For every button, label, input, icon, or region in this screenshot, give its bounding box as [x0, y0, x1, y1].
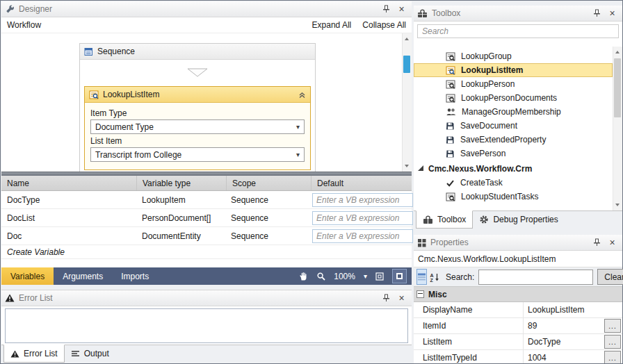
toolbox-item-lookuplistitem[interactable]: LookupListItem — [414, 63, 613, 77]
tab-error-list[interactable]: Error List — [3, 345, 65, 363]
categorize-icon — [417, 272, 426, 281]
sequence-body: LookupListItem Item Type Document Type ▾ — [80, 60, 315, 170]
properties-grid: Misc DisplayName LookupListItem ItemId 8… — [414, 287, 622, 363]
close-icon[interactable]: × — [607, 238, 617, 248]
table-row[interactable]: DocList PersonDocument[] Sequence — [1, 209, 412, 227]
create-variable-row[interactable]: Create Variable — [1, 245, 412, 259]
categorize-button[interactable] — [416, 269, 427, 285]
canvas-scrollbar[interactable] — [402, 33, 412, 172]
fit-to-screen-icon[interactable] — [375, 272, 385, 281]
designer-title: Designer — [19, 4, 381, 14]
scrollbar-thumb[interactable] — [403, 56, 410, 73]
toolbox-item-lookuppersondocuments[interactable]: LookupPersonDocuments — [414, 91, 613, 105]
warning-icon — [5, 294, 15, 302]
toolbox-scrollbar[interactable] — [613, 47, 622, 210]
sort-alphabetical-button[interactable]: AZ — [429, 269, 440, 285]
properties-grid-icon — [417, 238, 426, 247]
property-name: ListItemTypeId — [414, 350, 524, 363]
tab-variables[interactable]: Variables — [1, 267, 54, 285]
scroll-down-button[interactable] — [403, 161, 411, 171]
default-expression-input[interactable] — [312, 193, 413, 207]
toolbox-list: LookupGroup LookupListItem LookupPerson … — [414, 47, 622, 210]
pin-icon[interactable] — [592, 8, 602, 19]
collapse-chevron-icon[interactable] — [298, 91, 306, 99]
overview-button[interactable] — [392, 269, 407, 283]
close-icon[interactable]: × — [396, 293, 407, 304]
sequence-activity[interactable]: Sequence LookupListItem — [79, 43, 316, 172]
tab-output[interactable]: Output — [65, 345, 115, 362]
toolbox-item-lookupperson[interactable]: LookupPerson — [414, 77, 613, 91]
property-value[interactable]: LookupListItem — [528, 305, 621, 315]
toolbox-item-label: CreateTask — [460, 178, 503, 188]
item-type-dropdown[interactable]: Document Type ▾ — [90, 119, 305, 134]
sequence-icon — [84, 47, 93, 56]
toolbox-item-label: LookupGroup — [461, 51, 512, 61]
pin-icon[interactable] — [592, 238, 602, 248]
close-icon[interactable]: × — [607, 8, 617, 19]
scroll-down-button[interactable] — [613, 200, 622, 210]
property-row-itemid[interactable]: ItemId 89 ... — [414, 318, 622, 334]
ellipsis-button[interactable]: ... — [604, 319, 621, 333]
tab-debug-properties[interactable]: Debug Properties — [473, 211, 564, 228]
toolbox-item-label: SaveDocument — [460, 121, 517, 131]
scroll-up-button[interactable] — [613, 47, 622, 57]
zoom-caret-icon[interactable]: ▾ — [364, 272, 367, 280]
tab-arguments[interactable]: Arguments — [54, 267, 112, 285]
table-row[interactable]: Doc DocumentEntity Sequence — [1, 227, 412, 245]
toolbox-item-managegroupmembership[interactable]: ManageGroupMembership — [414, 105, 613, 119]
scroll-up-button[interactable] — [403, 34, 411, 44]
tab-toolbox[interactable]: Toolbox — [416, 210, 473, 229]
property-value[interactable]: 1004 — [528, 353, 604, 363]
list-item-dropdown[interactable]: Transcript from College ▾ — [90, 147, 305, 162]
sequence-header[interactable]: Sequence — [80, 44, 315, 60]
properties-search-input[interactable] — [478, 270, 593, 285]
ellipsis-button[interactable]: ... — [604, 351, 621, 363]
zoom-magnifier-icon[interactable] — [316, 272, 326, 281]
error-list-title: Error List — [19, 293, 381, 303]
property-value[interactable]: 89 — [528, 321, 604, 331]
application-window: Designer × Workflow Expand All Collapse … — [0, 0, 623, 364]
ellipsis-button[interactable]: ... — [604, 335, 621, 349]
toolbox-item-createtask[interactable]: CreateTask — [414, 176, 613, 190]
zoom-level-control[interactable]: 100% ▾ — [334, 272, 367, 281]
activity-header[interactable]: LookupListItem — [85, 87, 310, 103]
workflow-canvas[interactable]: Sequence LookupListItem — [1, 33, 412, 172]
scrollbar-thumb[interactable] — [614, 58, 621, 117]
property-value[interactable]: DocType — [528, 337, 604, 347]
property-row-listitemtypeid[interactable]: ListItemTypeId 1004 ... — [414, 350, 622, 363]
default-expression-input[interactable] — [312, 229, 413, 243]
activity-title: LookupListItem — [103, 90, 294, 99]
properties-toolbar: AZ Search: Clear — [414, 267, 622, 287]
collapse-box-icon[interactable] — [416, 290, 424, 298]
toolbox-category-crm[interactable]: Cmc.Nexus.Workflow.Crm — [414, 162, 622, 176]
pan-hand-icon[interactable] — [298, 271, 309, 281]
pin-icon[interactable] — [381, 293, 391, 304]
toolbox-icon — [423, 215, 433, 224]
toolbox-item-lookupstudenttasks[interactable]: LookupStudentTasks — [414, 190, 613, 204]
toolbox-title: Toolbox — [432, 8, 592, 18]
toolbox-item-saveperson[interactable]: SavePerson — [414, 147, 613, 160]
toolbox-item-lookupgroup[interactable]: LookupGroup — [414, 49, 613, 63]
people-icon — [446, 108, 456, 117]
variable-name: Doc — [1, 231, 136, 241]
lookup-icon — [446, 192, 455, 201]
properties-panel: Properties × Cmc.Nexus.Workflow.LookupLi… — [414, 235, 622, 363]
toolbox-item-savedocument[interactable]: SaveDocument — [414, 119, 613, 133]
property-row-listitem[interactable]: ListItem DocType ... — [414, 334, 622, 350]
pin-icon[interactable] — [381, 4, 391, 15]
close-icon[interactable]: × — [396, 4, 407, 15]
expand-all-button[interactable]: Expand All — [312, 20, 352, 30]
task-check-icon — [446, 179, 455, 188]
toolbox-search-input[interactable] — [417, 24, 619, 38]
property-row-displayname[interactable]: DisplayName LookupListItem — [414, 302, 622, 318]
toolbox-item-saveextendedproperty[interactable]: SaveExtendedProperty — [414, 133, 613, 147]
lookuplistitem-activity[interactable]: LookupListItem Item Type Document Type ▾ — [84, 86, 311, 170]
breadcrumb-workflow[interactable]: Workflow — [7, 20, 41, 30]
default-expression-input[interactable] — [312, 211, 413, 225]
clear-button[interactable]: Clear — [597, 269, 623, 285]
table-row[interactable]: DocType LookupItem Sequence — [1, 191, 412, 209]
category-misc[interactable]: Misc — [414, 287, 622, 302]
sort-az-icon: AZ — [430, 272, 439, 282]
tab-imports[interactable]: Imports — [112, 267, 158, 285]
collapse-all-button[interactable]: Collapse All — [362, 20, 406, 30]
